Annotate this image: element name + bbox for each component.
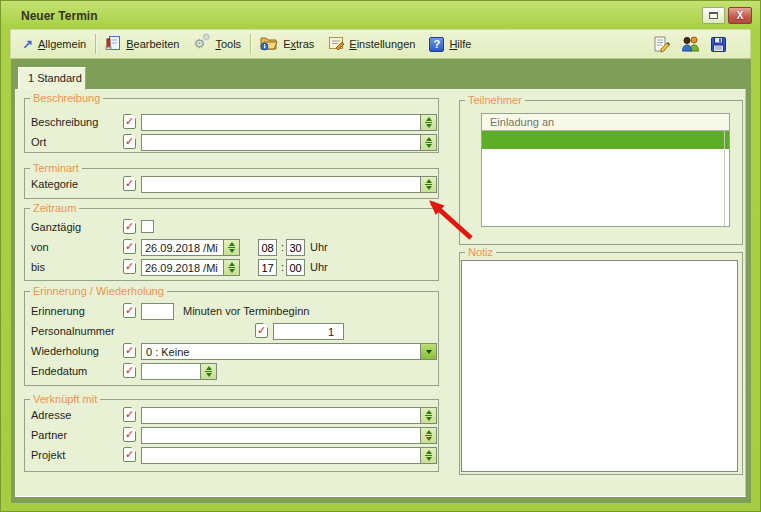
tab-page: Beschreibung Beschreibung Ort: [15, 89, 746, 497]
projekt-label: Projekt: [31, 449, 65, 461]
bis-minute-input[interactable]: [286, 259, 305, 276]
endedatum-check-icon[interactable]: [123, 363, 136, 378]
participants-icon[interactable]: [681, 36, 700, 54]
von-minute-input[interactable]: [286, 239, 305, 256]
von-date-input[interactable]: [141, 239, 223, 256]
partner-input[interactable]: [141, 427, 420, 444]
menu-allgemein[interactable]: ↗ Allgemein: [15, 36, 93, 53]
app-window: Neuer Termin X ↗ Allgemein Bearbeiten ⚙⚙…: [0, 0, 761, 512]
fieldset-terminart: Terminart Kategorie: [24, 168, 439, 199]
menu-tools[interactable]: ⚙⚙ Tools: [186, 34, 248, 54]
restore-button[interactable]: [702, 7, 725, 24]
bis-check-icon[interactable]: [123, 259, 136, 274]
close-button[interactable]: X: [728, 7, 752, 24]
bis-label: bis: [31, 261, 45, 273]
menu-allgemein-label: Allgemein: [38, 38, 86, 50]
ort-check-icon[interactable]: [123, 134, 136, 149]
erinnerung-check-icon[interactable]: [123, 303, 136, 318]
bis-hour-input[interactable]: [258, 259, 277, 276]
menu-extras[interactable]: Extras: [253, 33, 321, 55]
partner-spinner[interactable]: [420, 427, 437, 444]
personalnummer-check-icon[interactable]: [255, 323, 268, 338]
fieldset-notiz-legend: Notiz: [465, 246, 496, 258]
main-area: 1 Standard Beschreibung Beschreibung Ort: [11, 59, 751, 503]
wiederholung-label: Wiederholung: [31, 345, 99, 357]
ort-row: Ort: [25, 134, 438, 151]
von-hour-input[interactable]: [258, 239, 277, 256]
von-uhr-label: Uhr: [310, 241, 328, 253]
personalnummer-row: Personalnummer: [25, 323, 438, 340]
menu-hilfe[interactable]: ? Hilfe: [422, 35, 478, 54]
teilnehmer-selected-row[interactable]: [482, 131, 729, 149]
close-icon: X: [737, 10, 744, 21]
kategorie-row: Kategorie: [25, 176, 438, 193]
toolbar-right-icons: [652, 30, 726, 60]
adresse-spinner[interactable]: [420, 407, 437, 424]
menu-hilfe-label: Hilfe: [449, 38, 471, 50]
teilnehmer-list-header[interactable]: Einladung an: [482, 114, 729, 131]
wiederholung-dropdown[interactable]: 0 : Keine: [141, 343, 437, 360]
ganztaegig-checkbox[interactable]: [141, 220, 154, 233]
beschreibung-input[interactable]: [141, 114, 420, 131]
menu-bearbeiten-label: Bearbeiten: [126, 38, 179, 50]
restore-icon: [709, 12, 718, 19]
endedatum-spinner[interactable]: [200, 363, 217, 380]
wiederholung-check-icon[interactable]: [123, 343, 136, 358]
chevron-down-icon: [426, 350, 432, 354]
form-pencil-icon: [328, 35, 344, 53]
time-colon: :: [281, 241, 284, 253]
titlebar-buttons: X: [702, 7, 754, 24]
partner-check-icon[interactable]: [123, 427, 136, 442]
fieldset-terminart-legend: Terminart: [30, 162, 82, 174]
teilnehmer-scrollbar-track: [724, 131, 725, 226]
notiz-textarea[interactable]: [461, 260, 738, 472]
menu-extras-label: Extras: [283, 38, 314, 50]
fieldset-verknuepft: Verknüpft mit Adresse Partner: [24, 399, 439, 472]
bis-date-input[interactable]: [141, 259, 223, 276]
kategorie-input[interactable]: [141, 176, 420, 193]
bis-uhr-label: Uhr: [310, 261, 328, 273]
titlebar: Neuer Termin X: [7, 4, 754, 27]
projekt-input[interactable]: [141, 447, 420, 464]
projekt-spinner[interactable]: [420, 447, 437, 464]
von-check-icon[interactable]: [123, 239, 136, 254]
beschreibung-spinner[interactable]: [420, 114, 437, 131]
adresse-check-icon[interactable]: [123, 407, 136, 422]
ganztaegig-check-icon[interactable]: [123, 219, 136, 234]
save-icon[interactable]: [711, 37, 726, 54]
wiederholung-dropdown-button[interactable]: [420, 344, 436, 359]
beschreibung-row: Beschreibung: [25, 114, 438, 131]
endedatum-input[interactable]: [141, 363, 200, 380]
folder-info-icon: [260, 35, 278, 53]
toolbar-separator: [250, 34, 251, 54]
projekt-check-icon[interactable]: [123, 447, 136, 462]
window-title: Neuer Termin: [7, 9, 97, 23]
adresse-input[interactable]: [141, 407, 420, 424]
personalnummer-input[interactable]: [273, 323, 344, 340]
von-label: von: [31, 241, 49, 253]
kategorie-label: Kategorie: [31, 178, 78, 190]
bis-date-spinner[interactable]: [223, 259, 240, 276]
projekt-row: Projekt: [25, 447, 438, 464]
personalnummer-label: Personalnummer: [31, 325, 115, 337]
menu-bearbeiten[interactable]: Bearbeiten: [98, 33, 186, 55]
kategorie-spinner[interactable]: [420, 176, 437, 193]
fieldset-notiz: Notiz: [459, 252, 743, 475]
wiederholung-row: Wiederholung 0 : Keine: [25, 343, 438, 360]
ganztaegig-row: Ganztägig: [25, 219, 438, 236]
partner-row: Partner: [25, 427, 438, 444]
edit-page-icon: [105, 35, 121, 53]
tab-standard[interactable]: 1 Standard: [18, 67, 86, 90]
kategorie-check-icon[interactable]: [123, 176, 136, 191]
note-edit-icon[interactable]: [652, 35, 670, 55]
teilnehmer-list: Einladung an: [481, 113, 730, 227]
von-date-spinner[interactable]: [223, 239, 240, 256]
ort-input[interactable]: [141, 134, 420, 151]
erinnerung-minutes-input[interactable]: [141, 303, 174, 320]
arrow-up-right-icon: ↗: [22, 38, 33, 51]
menu-einstellungen-label: Einstellungen: [349, 38, 415, 50]
menu-einstellungen[interactable]: Einstellungen: [321, 33, 422, 55]
ort-spinner[interactable]: [420, 134, 437, 151]
help-icon: ?: [429, 37, 444, 52]
beschreibung-check-icon[interactable]: [123, 114, 136, 129]
